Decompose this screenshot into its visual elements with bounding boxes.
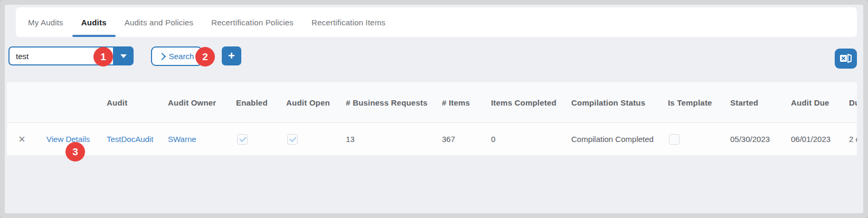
duration-value-truncated: 2 d	[849, 135, 857, 144]
tab-my-audits[interactable]: My Audits	[19, 7, 72, 37]
tab-audits[interactable]: Audits	[72, 7, 116, 37]
started-value: 05/30/2023	[730, 135, 791, 144]
col-header-items[interactable]: # Items	[442, 98, 491, 107]
add-button[interactable]: +	[222, 46, 241, 65]
compilation-status-value: Compilation Completed	[571, 135, 668, 144]
search-combo	[8, 46, 134, 65]
items-completed-value: 0	[491, 135, 571, 144]
col-header-audit-open[interactable]: Audit Open	[286, 98, 346, 107]
search-button-label: Search	[169, 52, 194, 61]
tabs-bar: My Audits Audits Audits and Policies Rec…	[16, 7, 857, 37]
col-header-audit-owner[interactable]: Audit Owner	[168, 98, 236, 107]
export-to-excel-button[interactable]	[835, 49, 857, 69]
col-header-is-template[interactable]: Is Template	[668, 98, 730, 107]
step-badge-2: 2	[195, 47, 215, 67]
audits-table: Audit Audit Owner Enabled Audit Open # B…	[7, 82, 857, 156]
search-button[interactable]: Search	[151, 46, 202, 66]
col-header-business-requests[interactable]: # Business Requests	[346, 98, 442, 107]
caret-down-icon	[120, 54, 127, 58]
col-header-started[interactable]: Started	[730, 98, 791, 107]
step-badge-3: 3	[65, 142, 85, 162]
col-header-audit[interactable]: Audit	[107, 98, 168, 107]
tab-audits-and-policies[interactable]: Audits and Policies	[116, 7, 203, 37]
audit-name-link[interactable]: TestDocAudit	[107, 135, 153, 144]
excel-export-icon	[839, 52, 853, 65]
is-template-checkbox[interactable]	[669, 134, 680, 145]
audit-open-checkbox[interactable]	[287, 134, 298, 145]
plus-icon: +	[228, 47, 235, 65]
chevron-right-icon	[158, 53, 166, 60]
tab-recertification-items[interactable]: Recertification Items	[303, 7, 394, 37]
table-header-row: Audit Audit Owner Enabled Audit Open # B…	[7, 82, 857, 123]
enabled-checkbox[interactable]	[237, 134, 248, 145]
view-details-link[interactable]: View Details	[46, 135, 90, 144]
app-window: My Audits Audits Audits and Policies Rec…	[0, 0, 868, 218]
col-header-audit-due[interactable]: Audit Due	[791, 98, 849, 107]
col-header-compilation-status[interactable]: Compilation Status	[571, 98, 668, 107]
items-value: 367	[442, 135, 491, 144]
step-badge-1: 1	[93, 47, 113, 67]
col-header-items-completed[interactable]: Items Completed	[491, 98, 571, 107]
col-header-enabled[interactable]: Enabled	[236, 98, 286, 107]
search-dropdown-button[interactable]	[113, 46, 134, 65]
business-requests-value: 13	[346, 135, 442, 144]
tab-recertification-policies[interactable]: Recertification Policies	[202, 7, 303, 37]
table-row: × View Details TestDocAudit SWarne 13 36…	[7, 123, 857, 156]
audit-due-value: 06/01/2023	[791, 135, 849, 144]
remove-row-icon[interactable]: ×	[18, 132, 25, 146]
col-header-duration-truncated[interactable]: Du	[849, 98, 857, 107]
audit-owner-link[interactable]: SWarne	[168, 135, 196, 144]
